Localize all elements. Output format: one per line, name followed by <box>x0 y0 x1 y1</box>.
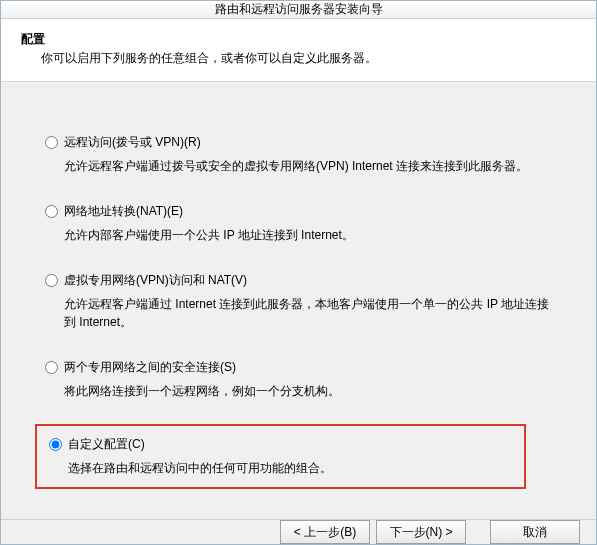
option-custom-desc: 选择在路由和远程访问中的任何可用功能的组合。 <box>49 459 512 477</box>
back-button[interactable]: < 上一步(B) <box>280 520 370 544</box>
option-custom-highlight: 自定义配置(C) 选择在路由和远程访问中的任何可用功能的组合。 <box>35 424 526 489</box>
option-nat-label: 网络地址转换(NAT)(E) <box>64 203 183 220</box>
option-nat-row[interactable]: 网络地址转换(NAT)(E) <box>45 203 560 220</box>
option-nat: 网络地址转换(NAT)(E) 允许内部客户端使用一个公共 IP 地址连接到 In… <box>39 199 566 248</box>
option-vpn-nat: 虚拟专用网络(VPN)访问和 NAT(V) 允许远程客户端通过 Internet… <box>39 268 566 335</box>
option-secure-two-net-row[interactable]: 两个专用网络之间的安全连接(S) <box>45 359 560 376</box>
option-custom: 自定义配置(C) 选择在路由和远程访问中的任何可用功能的组合。 <box>43 432 518 481</box>
wizard-window: 路由和远程访问服务器安装向导 配置 你可以启用下列服务的任意组合，或者你可以自定… <box>0 0 597 545</box>
option-secure-two-net-label: 两个专用网络之间的安全连接(S) <box>64 359 236 376</box>
content-area: 远程访问(拨号或 VPN)(R) 允许远程客户端通过拨号或安全的虚拟专用网络(V… <box>1 82 596 519</box>
page-subtitle: 你可以启用下列服务的任意组合，或者你可以自定义此服务器。 <box>21 50 576 67</box>
footer: < 上一步(B) 下一步(N) > 取消 <box>1 519 596 544</box>
option-vpn-nat-label: 虚拟专用网络(VPN)访问和 NAT(V) <box>64 272 247 289</box>
option-secure-two-net: 两个专用网络之间的安全连接(S) 将此网络连接到一个远程网络，例如一个分支机构。 <box>39 355 566 404</box>
radio-remote-access[interactable] <box>45 136 58 149</box>
window-title: 路由和远程访问服务器安装向导 <box>215 1 383 18</box>
option-custom-label: 自定义配置(C) <box>68 436 145 453</box>
option-secure-two-net-desc: 将此网络连接到一个远程网络，例如一个分支机构。 <box>45 382 560 400</box>
header-section: 配置 你可以启用下列服务的任意组合，或者你可以自定义此服务器。 <box>1 19 596 82</box>
page-title: 配置 <box>21 31 576 48</box>
radio-custom[interactable] <box>49 438 62 451</box>
next-button[interactable]: 下一步(N) > <box>376 520 466 544</box>
option-custom-row[interactable]: 自定义配置(C) <box>49 436 512 453</box>
cancel-button[interactable]: 取消 <box>490 520 580 544</box>
option-remote-access-desc: 允许远程客户端通过拨号或安全的虚拟专用网络(VPN) Internet 连接来连… <box>45 157 560 175</box>
option-remote-access-row[interactable]: 远程访问(拨号或 VPN)(R) <box>45 134 560 151</box>
option-vpn-nat-desc: 允许远程客户端通过 Internet 连接到此服务器，本地客户端使用一个单一的公… <box>45 295 560 331</box>
option-remote-access-label: 远程访问(拨号或 VPN)(R) <box>64 134 201 151</box>
option-remote-access: 远程访问(拨号或 VPN)(R) 允许远程客户端通过拨号或安全的虚拟专用网络(V… <box>39 130 566 179</box>
option-nat-desc: 允许内部客户端使用一个公共 IP 地址连接到 Internet。 <box>45 226 560 244</box>
radio-nat[interactable] <box>45 205 58 218</box>
option-vpn-nat-row[interactable]: 虚拟专用网络(VPN)访问和 NAT(V) <box>45 272 560 289</box>
titlebar: 路由和远程访问服务器安装向导 <box>1 1 596 19</box>
radio-secure-two-net[interactable] <box>45 361 58 374</box>
radio-vpn-nat[interactable] <box>45 274 58 287</box>
